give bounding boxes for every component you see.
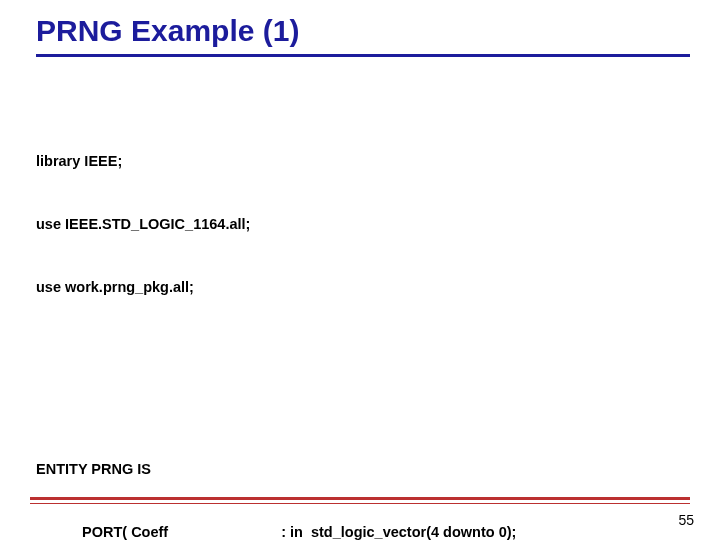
footer-rule — [30, 497, 690, 504]
port-decl: : in std_logic_vector(4 downto 0); — [281, 522, 516, 540]
port-name: Coeff — [131, 522, 281, 540]
slide-title: PRNG Example (1) — [36, 14, 690, 48]
port-row: PORT( Coeff : in std_logic_vector(4 down… — [36, 522, 690, 540]
lib-line: library IEEE; — [36, 151, 690, 172]
entity-block: ENTITY PRNG IS PORT( Coeff : in std_logi… — [36, 417, 690, 540]
lib-line: use IEEE.STD_LOGIC_1164.all; — [36, 214, 690, 235]
port-keyword: PORT( — [82, 522, 131, 540]
page-number: 55 — [678, 512, 694, 528]
lib-line: use work.prng_pkg.all; — [36, 277, 690, 298]
entity-head: ENTITY PRNG IS — [36, 459, 690, 480]
title-underline — [36, 54, 690, 57]
libraries-block: library IEEE; use IEEE.STD_LOGIC_1164.al… — [36, 109, 690, 340]
